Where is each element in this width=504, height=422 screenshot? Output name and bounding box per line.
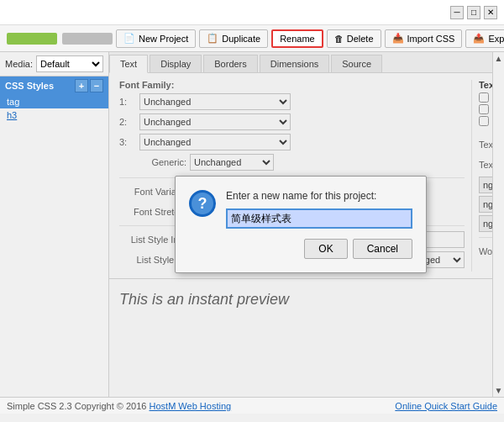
close-button[interactable]: ✕	[484, 6, 497, 19]
status-left: Simple CSS 2.3 Copyright © 2016 HostM We…	[7, 401, 231, 411]
dialog-message: Enter a new name for this project:	[226, 190, 412, 202]
window-controls: ─ □ ✕	[450, 6, 497, 19]
toolbar-green-progress	[7, 33, 57, 45]
title-bar: ─ □ ✕	[0, 0, 504, 25]
import-css-button[interactable]: 📥 Import CSS	[385, 29, 463, 48]
duplicate-label: Duplicate	[222, 34, 260, 44]
export-css-label: Export CSS	[488, 34, 504, 44]
dialog-buttons: OK Cancel	[189, 239, 412, 259]
delete-button[interactable]: 🗑 Delete	[327, 29, 381, 48]
dialog-body: ? Enter a new name for this project:	[189, 190, 412, 229]
duplicate-button[interactable]: 📋 Duplicate	[199, 29, 268, 48]
import-css-label: Import CSS	[407, 34, 455, 44]
add-style-button[interactable]: +	[75, 79, 88, 92]
media-label: Media:	[5, 59, 33, 69]
new-project-button[interactable]: 📄 New Project	[116, 29, 196, 48]
toolbar-left	[7, 33, 113, 45]
dialog-name-input[interactable]	[226, 208, 412, 229]
duplicate-icon: 📋	[207, 33, 218, 44]
copyright-text: Simple CSS 2.3 Copyright © 2016	[7, 401, 150, 411]
dialog-question-icon: ?	[189, 190, 216, 217]
toolbar: 📄 New Project 📋 Duplicate Rename 🗑 Delet…	[0, 25, 504, 52]
import-icon: 📥	[392, 33, 404, 44]
media-row: Media: Default	[0, 52, 108, 76]
dialog-right: Enter a new name for this project:	[226, 190, 412, 229]
rename-label: Rename	[280, 34, 315, 44]
css-style-buttons: + −	[75, 79, 103, 92]
new-project-icon: 📄	[123, 33, 135, 44]
remove-style-button[interactable]: −	[90, 79, 103, 92]
delete-icon: 🗑	[334, 34, 344, 44]
dialog-ok-button[interactable]: OK	[304, 239, 347, 259]
maximize-button[interactable]: □	[467, 6, 480, 19]
css-styles-header: CSS Styles + −	[0, 76, 108, 95]
minimize-button[interactable]: ─	[450, 6, 464, 19]
quickstart-link[interactable]: Online Quick Start Guide	[395, 401, 497, 411]
toolbar-gray-bar	[62, 33, 113, 45]
rename-button[interactable]: Rename	[271, 29, 323, 48]
status-bar: Simple CSS 2.3 Copyright © 2016 HostM We…	[0, 397, 504, 414]
sidebar: Media: Default CSS Styles + − tag h3	[0, 52, 109, 397]
export-css-button[interactable]: 📤 Export CSS	[465, 29, 504, 48]
media-select[interactable]: Default	[36, 55, 103, 72]
export-icon: 📤	[473, 33, 485, 44]
dialog-cancel-button[interactable]: Cancel	[353, 239, 412, 259]
delete-label: Delete	[347, 34, 374, 44]
new-project-label: New Project	[139, 34, 188, 44]
css-styles-label: CSS Styles	[5, 81, 54, 91]
content-area: Text Display Borders Dimensions Source F…	[109, 52, 492, 397]
dialog-overlay: ? Enter a new name for this project: OK …	[109, 52, 492, 397]
scroll-bar[interactable]: ▲ ▼	[492, 52, 504, 397]
main-layout: Media: Default CSS Styles + − tag h3 Tex…	[0, 52, 504, 397]
sidebar-item-h3[interactable]: h3	[0, 108, 108, 122]
sidebar-item-tag[interactable]: tag	[0, 95, 108, 108]
scroll-down-arrow[interactable]: ▼	[495, 386, 503, 395]
scroll-up-arrow[interactable]: ▲	[495, 54, 503, 63]
hostm-link[interactable]: HostM Web Hosting	[150, 401, 232, 411]
rename-dialog: ? Enter a new name for this project: OK …	[175, 176, 427, 273]
